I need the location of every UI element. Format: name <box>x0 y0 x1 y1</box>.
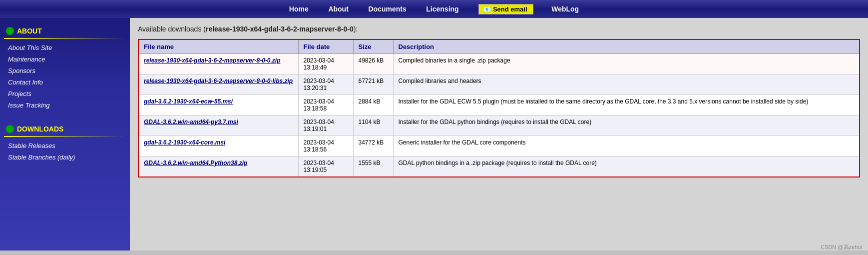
main-layout: ABOUT About This Site Maintenance Sponso… <box>0 18 868 250</box>
file-description: Installer for the GDAL ECW 5.5 plugin (m… <box>393 95 860 116</box>
file-description: GDAL python bindings in a .zip package (… <box>393 156 860 178</box>
file-date: 2023-03-04 13:19:05 <box>298 156 353 178</box>
file-link[interactable]: GDAL-3.6.2.win-amd64-py3.7.msi <box>144 118 238 126</box>
maintenance-link[interactable]: Maintenance <box>0 54 130 65</box>
file-size: 2884 kB <box>353 95 393 116</box>
documents-link[interactable]: Documents <box>368 5 406 13</box>
about-divider <box>4 38 126 39</box>
col-header-size: Size <box>353 40 393 54</box>
file-date: 2023-03-04 13:18:58 <box>298 95 353 116</box>
table-row: release-1930-x64-gdal-3-6-2-mapserver-8-… <box>138 74 860 95</box>
table-row: gdal-3.6.2-1930-x64-ecw-55.msi2023-03-04… <box>138 95 860 116</box>
watermark: CSDN @高zehui <box>821 244 862 250</box>
about-link[interactable]: About <box>328 5 348 13</box>
about-this-site-link[interactable]: About This Site <box>0 42 130 54</box>
file-link[interactable]: gdal-3.6.2-1930-x64-ecw-55.msi <box>144 98 233 105</box>
table-row: release-1930-x64-gdal-3-6-2-mapserver-8-… <box>138 54 860 74</box>
file-size: 67721 kB <box>353 74 393 95</box>
page-title: Available downloads (release-1930-x64-gd… <box>138 25 860 33</box>
file-description: Generic installer for the GDAL core comp… <box>393 136 860 156</box>
file-date: 2023-03-04 13:18:49 <box>298 54 353 74</box>
home-link[interactable]: Home <box>289 5 309 13</box>
globe-icon <box>6 27 14 35</box>
col-header-desc: Description <box>393 40 860 54</box>
main-content: Available downloads (release-1930-x64-gd… <box>130 18 868 250</box>
about-section-header: ABOUT <box>0 23 130 37</box>
table-row: GDAL-3.6.2.win-amd64-py3.7.msi2023-03-04… <box>138 116 860 136</box>
file-date: 2023-03-04 13:18:56 <box>298 136 353 156</box>
file-link[interactable]: release-1930-x64-gdal-3-6-2-mapserver-8-… <box>144 78 293 84</box>
table-header-row: File name File date Size Description <box>138 40 860 54</box>
file-size: 49826 kB <box>353 54 393 74</box>
licensing-link[interactable]: Licensing <box>426 5 458 13</box>
file-link[interactable]: gdal-3.6.2-1930-x64-core.msi <box>144 139 225 146</box>
weblog-link[interactable]: WebLog <box>551 5 579 13</box>
top-navigation: Home About Documents Licensing 📧 Send em… <box>0 0 868 18</box>
send-email-link[interactable]: 📧 Send email <box>478 4 533 14</box>
file-table: File name File date Size Description rel… <box>138 39 860 178</box>
file-link[interactable]: GDAL-3.6.2.win-amd64.Python38.zip <box>144 160 247 166</box>
file-link[interactable]: release-1930-x64-gdal-3-6-2-mapserver-8-… <box>144 57 280 64</box>
globe-icon-2 <box>6 125 14 133</box>
issue-tracking-link[interactable]: Issue Tracking <box>0 100 130 111</box>
downloads-section-header: DOWNLOADS <box>0 121 130 135</box>
contact-info-link[interactable]: Contact Info <box>0 76 130 88</box>
email-icon: 📧 <box>483 6 491 13</box>
sidebar-gap <box>0 111 130 121</box>
stable-branches-link[interactable]: Stable Branches (daily) <box>0 152 130 163</box>
file-description: Compiled binaries in a single .zip packa… <box>393 54 860 74</box>
file-size: 1555 kB <box>353 156 393 178</box>
file-date: 2023-03-04 13:19:01 <box>298 116 353 136</box>
sidebar: ABOUT About This Site Maintenance Sponso… <box>0 18 130 250</box>
downloads-divider <box>4 136 126 137</box>
col-header-filename: File name <box>138 40 298 54</box>
col-header-date: File date <box>298 40 353 54</box>
sponsors-link[interactable]: Sponsors <box>0 65 130 76</box>
file-description: Installer for the GDAL python bindings (… <box>393 116 860 136</box>
stable-releases-link[interactable]: Stable Releases <box>0 140 130 152</box>
file-description: Compiled libraries and headers <box>393 74 860 95</box>
projects-link[interactable]: Projects <box>0 88 130 100</box>
file-date: 2023-03-04 13:20:31 <box>298 74 353 95</box>
file-size: 34772 kB <box>353 136 393 156</box>
file-size: 1104 kB <box>353 116 393 136</box>
table-row: GDAL-3.6.2.win-amd64.Python38.zip2023-03… <box>138 156 860 178</box>
table-row: gdal-3.6.2-1930-x64-core.msi2023-03-04 1… <box>138 136 860 156</box>
